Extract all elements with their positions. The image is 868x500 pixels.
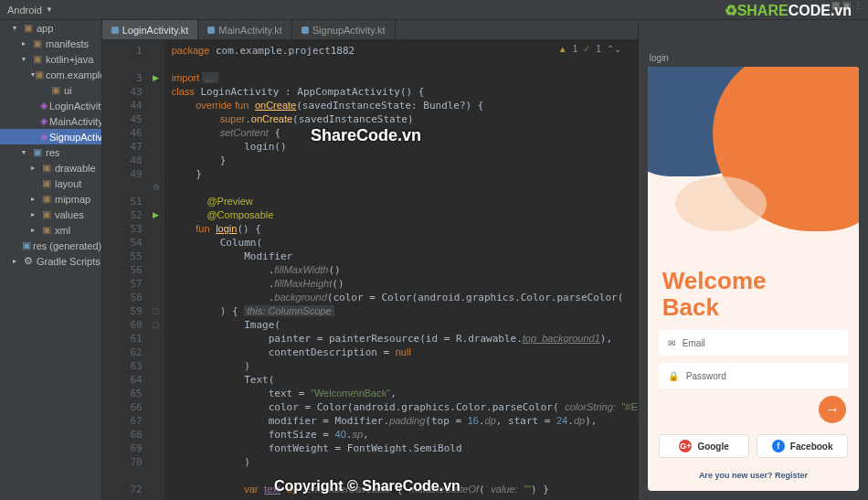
gutter-icons: ▶⚙▶▢▢ xyxy=(148,40,164,500)
project-label: Android xyxy=(7,5,42,16)
tree-manifests[interactable]: ▸▣manifests xyxy=(0,36,101,51)
decor-blob-light xyxy=(675,176,767,231)
facebook-button[interactable]: fFacebook xyxy=(757,434,848,458)
line-gutter: 1 343444546474849 5152535455565758596061… xyxy=(102,40,148,500)
tree-drawable[interactable]: ▸▣drawable xyxy=(0,160,101,176)
tree-mipmap[interactable]: ▸▣mipmap xyxy=(0,191,101,207)
register-link[interactable]: Are you new user? Register xyxy=(648,471,859,480)
compose-preview-panel: login WelcomeBack ✉Email 🔒Password → G+G… xyxy=(638,20,868,500)
tree-values[interactable]: ▸▣values xyxy=(0,207,101,222)
tree-layout[interactable]: ▣layout xyxy=(0,176,101,191)
code-editor[interactable]: package package com.example.project1882c… xyxy=(164,40,638,500)
tab-main[interactable]: MainActivity.kt xyxy=(198,20,291,39)
tree-login-file[interactable]: ◈LoginActivity xyxy=(0,98,101,113)
facebook-icon: f xyxy=(772,440,785,452)
google-icon: G+ xyxy=(679,440,692,452)
project-dropdown[interactable]: Android ▼ xyxy=(0,5,60,16)
email-field[interactable]: ✉Email xyxy=(659,330,848,356)
watermark-logo: ♻SHARECODE.vn xyxy=(725,2,852,19)
project-tree: ▾▣app ▸▣manifests ▾▣kotlin+java ▾▣com.ex… xyxy=(0,20,102,500)
preview-device: WelcomeBack ✉Email 🔒Password → G+Google … xyxy=(648,67,859,491)
inspection-status[interactable]: ▲1 ✓1 ⌃⌄ xyxy=(558,44,621,54)
tree-ui[interactable]: ▣ui xyxy=(0,82,101,98)
tree-xml[interactable]: ▸▣xml xyxy=(0,222,101,238)
submit-button[interactable]: → xyxy=(819,396,846,423)
tree-app[interactable]: ▾▣app xyxy=(0,20,101,36)
chevron-down-icon: ▼ xyxy=(46,5,53,14)
tab-signup[interactable]: SignupActivity.kt xyxy=(292,20,396,39)
mail-icon: ✉ xyxy=(668,338,675,348)
tab-login[interactable]: LoginActivity.kt xyxy=(102,20,199,39)
password-field[interactable]: 🔒Password xyxy=(659,363,848,388)
editor-tabs: LoginActivity.kt MainActivity.kt SignupA… xyxy=(102,20,638,40)
tree-signup-file[interactable]: ◈SignupActivi xyxy=(0,129,101,144)
logo-recycle-icon: ♻ xyxy=(725,3,737,18)
lock-icon: 🔒 xyxy=(668,371,679,381)
tree-kotlin-java[interactable]: ▾▣kotlin+java xyxy=(0,51,101,67)
tree-package[interactable]: ▾▣com.example.pr xyxy=(0,67,101,82)
tree-gradle[interactable]: ▸⚙Gradle Scripts xyxy=(0,253,101,269)
preview-label: login xyxy=(650,53,859,63)
tree-res[interactable]: ▾▣res xyxy=(0,144,101,160)
tree-res-gen[interactable]: ▣res (generated) xyxy=(0,238,101,253)
arrow-right-icon: → xyxy=(825,401,840,418)
google-button[interactable]: G+Google xyxy=(659,434,750,458)
tree-main-file[interactable]: ◈MainActivity xyxy=(0,113,101,129)
welcome-text: WelcomeBack xyxy=(662,268,767,320)
